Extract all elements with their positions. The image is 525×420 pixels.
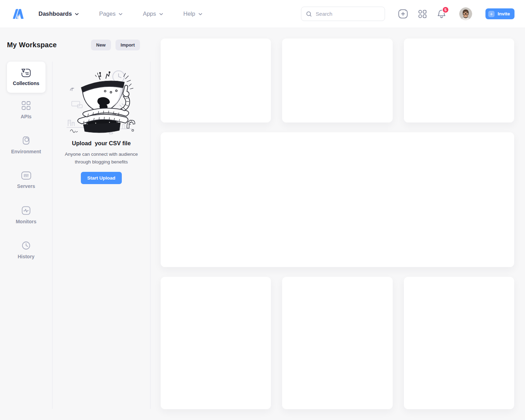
- apis-icon: [22, 101, 30, 110]
- placeholder-card-1: [161, 38, 271, 122]
- sidebar-item-label: Environment: [11, 149, 41, 154]
- chevron-down-icon: [119, 13, 122, 15]
- add-icon: [398, 9, 408, 19]
- sidebar-item-collections[interactable]: Collections: [7, 62, 46, 93]
- start-upload-button[interactable]: Start Upload: [81, 172, 121, 184]
- add-button[interactable]: [398, 9, 408, 19]
- notifications-button[interactable]: 5: [437, 9, 446, 19]
- main-nav: Dashboards Pages Apps Help: [38, 10, 202, 17]
- card-grid: [161, 38, 514, 409]
- sidebar-item-label: Monitors: [16, 219, 36, 224]
- nav-item-help[interactable]: Help: [183, 10, 202, 17]
- header-icon-group: 5: [398, 9, 446, 19]
- apps-grid-icon: [418, 10, 427, 18]
- history-icon: [22, 241, 30, 250]
- workspace-header: My Workspace New Import: [0, 28, 150, 62]
- environment-icon: [22, 136, 30, 145]
- placeholder-card-2: [282, 38, 392, 122]
- placeholder-card-wide: [161, 132, 514, 267]
- search-icon: [306, 10, 312, 18]
- top-header: Dashboards Pages Apps Help: [0, 0, 525, 28]
- invite-button[interactable]: + Invite: [485, 8, 514, 19]
- placeholder-card-3: [404, 38, 514, 122]
- sidebar-item-apis[interactable]: APIs: [0, 93, 52, 128]
- nav-label: Help: [183, 10, 195, 17]
- hourglass-illustration: [65, 69, 138, 136]
- nav-label: Pages: [99, 10, 115, 17]
- search-box[interactable]: [301, 7, 385, 21]
- left-section: My Workspace New Import Collection: [0, 28, 150, 420]
- upload-subtitle-line2: through blogging benefits: [75, 159, 128, 164]
- brand-logo-icon[interactable]: [10, 7, 24, 21]
- nav-item-apps[interactable]: Apps: [143, 10, 163, 17]
- upload-subtitle-line1: Anyone can connect with audience: [65, 152, 138, 157]
- chevron-down-icon: [75, 13, 79, 15]
- apps-grid-button[interactable]: [418, 10, 427, 18]
- placeholder-card-6: [282, 277, 392, 409]
- nav-label: Dashboards: [38, 10, 72, 17]
- sidebar-item-label: APIs: [21, 114, 31, 119]
- upload-title: Upload your CSV file: [72, 140, 131, 147]
- sidebar-item-monitors[interactable]: Monitors: [0, 198, 52, 233]
- placeholder-card-7: [404, 277, 514, 409]
- nav-item-dashboards[interactable]: Dashboards: [38, 10, 79, 17]
- avatar-image: [459, 7, 472, 20]
- sidebar-item-label: Collections: [13, 80, 39, 86]
- nav-item-pages[interactable]: Pages: [99, 10, 122, 17]
- sidebar-item-environment[interactable]: Environment: [0, 128, 52, 163]
- chevron-down-icon: [159, 13, 163, 15]
- sidebar-item-history[interactable]: History: [0, 233, 52, 268]
- avatar[interactable]: [459, 7, 472, 20]
- app-window: Dashboards Pages Apps Help: [0, 0, 525, 420]
- monitors-icon: [22, 206, 30, 215]
- servers-icon: [21, 172, 31, 180]
- search-input[interactable]: [316, 11, 380, 17]
- new-button[interactable]: New: [91, 40, 111, 50]
- notification-badge: 5: [442, 6, 449, 13]
- sidebar-item-label: Servers: [17, 183, 35, 189]
- upload-panel: Upload your CSV file Anyone can connect …: [52, 62, 150, 409]
- invite-label: Invite: [498, 11, 510, 16]
- chevron-down-icon: [198, 13, 202, 15]
- collections-icon: [21, 69, 31, 77]
- import-button[interactable]: Import: [115, 40, 140, 50]
- content-area: [150, 28, 525, 420]
- placeholder-card-5: [161, 277, 271, 409]
- nav-label: Apps: [143, 10, 156, 17]
- workspace-title: My Workspace: [7, 41, 57, 49]
- sidebar-item-servers[interactable]: Servers: [0, 163, 52, 198]
- sidebar-item-label: History: [18, 254, 34, 259]
- sidebar-rail: Collections APIs: [0, 62, 52, 409]
- plus-icon: +: [488, 11, 495, 17]
- upload-subtitle: Anyone can connect with audience through…: [61, 150, 142, 166]
